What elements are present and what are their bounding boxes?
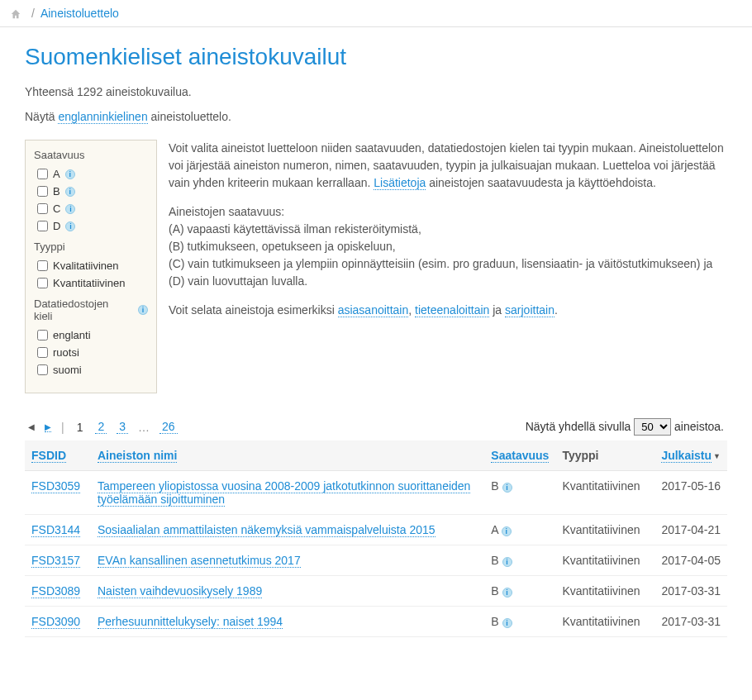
checkbox-b[interactable]	[37, 186, 48, 197]
table-row: FSD3157EVAn kansallinen asennetutkimus 2…	[25, 545, 727, 576]
checkbox-qual[interactable]	[37, 260, 48, 271]
page-current: 1	[74, 421, 86, 434]
filter-panel: Saatavuus Ai Bi Ci Di Tyyppi Kvalitatiiv…	[25, 140, 157, 393]
sort-availability[interactable]: Saatavuus	[491, 449, 549, 463]
fsdid-link[interactable]: FSD3090	[31, 615, 80, 629]
filter-avail-a[interactable]: Ai	[37, 168, 148, 180]
sort-name[interactable]: Aineiston nimi	[98, 449, 177, 463]
info-icon[interactable]: i	[502, 557, 512, 567]
page-last-link[interactable]: 26	[159, 420, 178, 434]
breadcrumb: / Aineistoluettelo	[0, 0, 752, 27]
page-2-link[interactable]: 2	[95, 420, 107, 434]
divider: |	[61, 421, 64, 434]
header-type: Tyyppi	[562, 449, 598, 462]
sort-desc-icon: ▼	[713, 452, 721, 460]
per-page-select[interactable]: 50	[634, 418, 671, 436]
info-icon[interactable]: i	[502, 588, 512, 598]
fsdid-link[interactable]: FSD3157	[31, 554, 80, 568]
dataset-name-link[interactable]: Sosiaalialan ammattilaisten näkemyksiä v…	[98, 523, 435, 537]
intro-end: .	[554, 303, 558, 317]
fsdid-link[interactable]: FSD3089	[31, 584, 80, 598]
availability-code: B	[491, 554, 498, 567]
checkbox-sv[interactable]	[37, 347, 48, 358]
dataset-name-link[interactable]: EVAn kansallinen asennetutkimus 2017	[98, 554, 301, 568]
info-icon[interactable]: i	[502, 526, 512, 536]
filter-type-label: Tyyppi	[34, 240, 148, 253]
filter-availability-label: Saatavuus	[34, 149, 148, 161]
label-b: B	[53, 185, 60, 198]
checkbox-d[interactable]	[37, 221, 48, 231]
checkbox-quant[interactable]	[37, 278, 48, 288]
date-value: 2017-04-21	[661, 523, 721, 536]
dataset-name-link[interactable]: Naisten vaihdevuosikysely 1989	[98, 584, 262, 598]
table-row: FSD3059Tampereen yliopistossa vuosina 20…	[25, 471, 727, 515]
fsdid-link[interactable]: FSD3059	[31, 479, 80, 493]
filter-lang-text: Datatiedostojen kieli	[34, 298, 129, 322]
per-page-post: aineistoa.	[674, 420, 724, 433]
availability-code: B	[491, 479, 498, 493]
label-a: A	[53, 168, 60, 180]
info-icon[interactable]: i	[502, 618, 512, 628]
type-value: Kvantitatiivinen	[562, 584, 640, 598]
browse-series-link[interactable]: sarjoittain	[505, 303, 554, 317]
filter-type-qual[interactable]: Kvalitatiivinen	[37, 260, 148, 272]
filter-lang-sv[interactable]: ruotsi	[37, 346, 148, 359]
browse-subjects-link[interactable]: asiasanoittain	[338, 303, 409, 317]
table-row: FSD3144Sosiaalialan ammattilaisten näkem…	[25, 515, 727, 545]
info-icon[interactable]: i	[65, 187, 75, 197]
browse-disciplines-link[interactable]: tieteenaloittain	[415, 303, 489, 317]
type-value: Kvantitatiivinen	[562, 615, 640, 628]
data-table: FSDID Aineiston nimi Saatavuus Tyyppi Ju…	[25, 440, 727, 637]
label-fi: suomi	[53, 364, 82, 376]
label-qual: Kvalitatiivinen	[53, 260, 119, 272]
checkbox-a[interactable]	[37, 169, 48, 179]
language-line: Näytä englanninkielinen aineistoluettelo…	[25, 110, 727, 123]
type-value: Kvantitatiivinen	[562, 523, 640, 536]
breadcrumb-link[interactable]: Aineistoluettelo	[40, 7, 119, 20]
date-value: 2017-05-16	[661, 479, 721, 493]
intro-availability-legend: Aineistojen saatavuus: (A) vapaasti käyt…	[169, 203, 727, 290]
checkbox-en[interactable]	[37, 330, 48, 340]
type-value: Kvantitatiivinen	[562, 554, 640, 567]
next-page-icon[interactable]: ▶	[45, 422, 51, 432]
filter-avail-b[interactable]: Bi	[37, 185, 148, 198]
sort-fsdid[interactable]: FSDID	[31, 449, 66, 463]
filter-lang-en[interactable]: englanti	[37, 329, 148, 341]
date-value: 2017-04-05	[661, 554, 721, 567]
intro-p1b: aineistojen saatavuudesta ja käyttöehdoi…	[426, 176, 656, 189]
sort-published[interactable]: Julkaistu	[661, 449, 712, 463]
fsdid-link[interactable]: FSD3144	[31, 523, 80, 537]
availability-code: B	[491, 584, 498, 598]
intro-p3a: Voit selata aineistoja esimerkiksi	[169, 303, 338, 317]
type-value: Kvantitatiivinen	[562, 479, 640, 493]
prev-page-icon[interactable]: ◀	[28, 422, 35, 431]
sep1: ,	[408, 303, 415, 317]
filter-avail-c[interactable]: Ci	[37, 202, 148, 215]
info-icon[interactable]: i	[65, 169, 75, 179]
english-link[interactable]: englanninkielinen	[58, 110, 147, 124]
info-icon[interactable]: i	[138, 305, 148, 315]
label-sv: ruotsi	[53, 346, 79, 359]
lang-pre: Näytä	[25, 110, 58, 123]
info-icon[interactable]: i	[65, 204, 75, 214]
info-icon[interactable]: i	[502, 483, 512, 493]
label-c: C	[53, 202, 60, 215]
checkbox-fi[interactable]	[37, 364, 48, 375]
label-quant: Kvantitatiivinen	[53, 277, 125, 289]
lang-post: aineistoluettelo.	[148, 110, 231, 123]
checkbox-c[interactable]	[37, 203, 48, 214]
page-3-link[interactable]: 3	[117, 420, 128, 434]
page-title: Suomenkieliset aineistokuvailut	[25, 44, 727, 70]
filter-type-quant[interactable]: Kvantitatiivinen	[37, 277, 148, 289]
dataset-name-link[interactable]: Perhesuunnittelukysely: naiset 1994	[98, 615, 283, 629]
availability-code: A	[491, 523, 498, 536]
dataset-name-link[interactable]: Tampereen yliopistossa vuosina 2008-2009…	[98, 479, 470, 507]
home-icon[interactable]	[10, 8, 21, 20]
ellipsis: …	[138, 421, 150, 434]
label-d: D	[53, 220, 60, 232]
label-en: englanti	[53, 329, 91, 341]
filter-lang-fi[interactable]: suomi	[37, 364, 148, 376]
filter-avail-d[interactable]: Di	[37, 220, 148, 232]
more-info-link[interactable]: Lisätietoja	[374, 176, 426, 190]
info-icon[interactable]: i	[65, 221, 75, 231]
